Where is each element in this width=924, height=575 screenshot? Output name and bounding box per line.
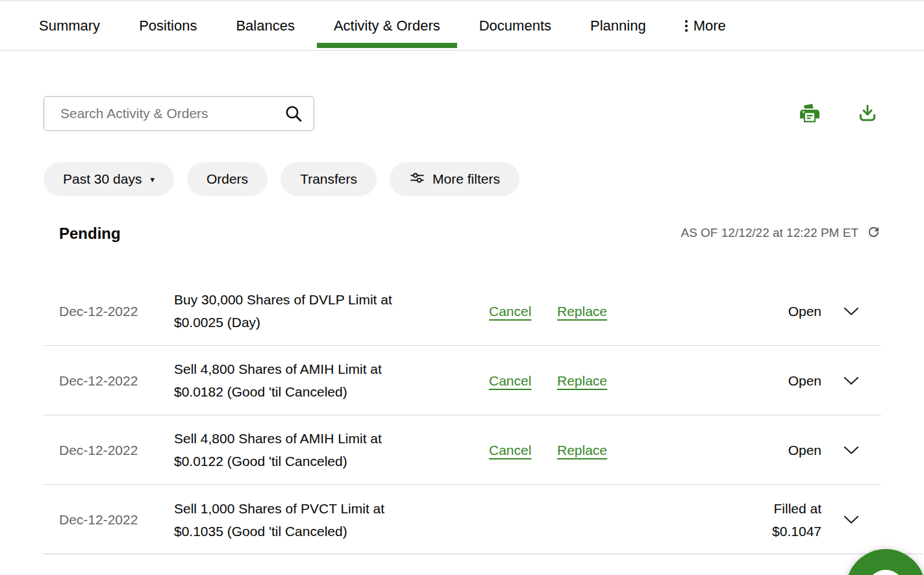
cancel-link[interactable]: Cancel xyxy=(489,443,531,458)
pending-section-header: Pending AS OF 12/12/22 at 12:22 PM ET xyxy=(44,223,924,243)
refresh-icon[interactable] xyxy=(866,223,881,243)
replace-link[interactable]: Replace xyxy=(557,373,607,388)
chevron-down-icon xyxy=(843,308,859,318)
search-input[interactable] xyxy=(44,96,314,131)
pending-orders-list: Dec-12-2022 Buy 30,000 Shares of DVLP Li… xyxy=(44,276,881,554)
filter-period-button[interactable]: Past 30 days ▾ xyxy=(44,162,174,196)
print-button[interactable] xyxy=(795,99,824,128)
order-row: Dec-12-2022 Sell 4,800 Shares of AMIH Li… xyxy=(44,415,881,485)
more-vertical-icon xyxy=(685,20,688,32)
order-description: Sell 1,000 Shares of PVCT Limit at $0.10… xyxy=(174,497,429,543)
order-description: Sell 4,800 Shares of AMIH Limit at $0.01… xyxy=(174,358,429,403)
tab-positions[interactable]: Positions xyxy=(122,1,214,50)
order-row: Dec-12-2022 Sell 1,000 Shares of PVCT Li… xyxy=(44,485,881,554)
tab-balances[interactable]: Balances xyxy=(219,1,312,50)
expand-row-button[interactable] xyxy=(840,303,863,320)
chevron-down-icon xyxy=(843,517,859,526)
chevron-down-icon xyxy=(843,378,859,387)
section-end-divider xyxy=(44,554,923,554)
section-title: Pending xyxy=(44,225,121,243)
search-box xyxy=(44,96,314,131)
download-icon xyxy=(856,117,879,127)
cancel-link[interactable]: Cancel xyxy=(489,373,531,388)
download-button[interactable] xyxy=(854,100,881,127)
as-of-timestamp: AS OF 12/12/22 at 12:22 PM ET xyxy=(681,223,881,243)
tab-summary[interactable]: Summary xyxy=(22,1,117,50)
order-status: Open xyxy=(655,300,821,323)
order-row: Dec-12-2022 Sell 4,800 Shares of AMIH Li… xyxy=(44,346,881,415)
account-tabbar: Summary Positions Balances Activity & Or… xyxy=(0,0,924,51)
expand-row-button[interactable] xyxy=(840,511,863,528)
chevron-down-icon xyxy=(843,447,859,457)
toolbar-icons xyxy=(795,99,881,128)
print-icon xyxy=(798,117,821,127)
order-date: Dec-12-2022 xyxy=(59,439,174,461)
tab-planning[interactable]: Planning xyxy=(573,1,663,50)
search-icon[interactable] xyxy=(284,104,303,125)
expand-row-button[interactable] xyxy=(840,373,863,389)
order-description: Buy 30,000 Shares of DVLP Limit at $0.00… xyxy=(174,288,429,334)
sliders-icon xyxy=(409,171,425,188)
activity-orders-panel: Past 30 days ▾ Orders Transfers More fil… xyxy=(0,96,924,554)
order-description: Sell 4,800 Shares of AMIH Limit at $0.01… xyxy=(174,427,429,472)
toolbar xyxy=(44,96,924,131)
tab-documents[interactable]: Documents xyxy=(462,1,568,50)
tab-more[interactable]: More xyxy=(668,1,743,50)
order-date: Dec-12-2022 xyxy=(59,300,174,323)
order-status: Filled at $0.1047 xyxy=(655,497,821,543)
filter-transfers-button[interactable]: Transfers xyxy=(281,162,377,196)
order-row: Dec-12-2022 Buy 30,000 Shares of DVLP Li… xyxy=(44,276,881,346)
tab-activity-orders[interactable]: Activity & Orders xyxy=(317,1,457,50)
order-date: Dec-12-2022 xyxy=(59,369,174,392)
caret-down-icon: ▾ xyxy=(150,175,155,184)
replace-link[interactable]: Replace xyxy=(557,304,607,319)
order-status: Open xyxy=(655,439,821,461)
filter-bar: Past 30 days ▾ Orders Transfers More fil… xyxy=(44,162,924,196)
cancel-link[interactable]: Cancel xyxy=(489,304,531,319)
expand-row-button[interactable] xyxy=(840,442,863,459)
filter-orders-button[interactable]: Orders xyxy=(187,162,268,196)
replace-link[interactable]: Replace xyxy=(557,443,607,458)
order-status: Open xyxy=(655,369,821,392)
more-filters-button[interactable]: More filters xyxy=(390,162,519,196)
order-date: Dec-12-2022 xyxy=(59,508,174,531)
